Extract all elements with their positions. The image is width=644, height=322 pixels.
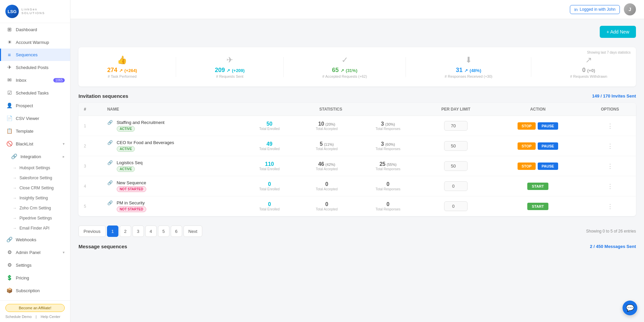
stat-name: # Requests Withdrawn bbox=[570, 74, 607, 78]
dashboard-icon: ⊞ bbox=[6, 26, 12, 33]
start-button[interactable]: START bbox=[527, 183, 549, 190]
options-menu-icon[interactable]: ⋮ bbox=[607, 203, 613, 210]
zoho-label: Zoho Crm Setting bbox=[19, 206, 51, 210]
stop-button[interactable]: STOP bbox=[518, 122, 536, 130]
page-3-button[interactable]: 3 bbox=[132, 226, 144, 237]
stat-value: 209 bbox=[215, 67, 225, 73]
per-day-cell bbox=[420, 176, 492, 196]
admin-icon: ⚙ bbox=[6, 249, 12, 255]
affiliate-button[interactable]: Become an Affiliate! bbox=[5, 304, 65, 312]
stop-button[interactable]: STOP bbox=[518, 142, 536, 150]
add-new-button[interactable]: + Add New bbox=[600, 26, 636, 38]
pause-button[interactable]: PAUSE bbox=[538, 163, 558, 170]
page-1-button[interactable]: 1 bbox=[107, 226, 118, 237]
message-title: Message sequences bbox=[78, 244, 127, 249]
accepted-cell: 0 Total Accepted bbox=[298, 196, 356, 216]
sidebar-item-inbox[interactable]: ✉ Inbox 1065 bbox=[0, 74, 70, 86]
pricing-icon: 💲 bbox=[6, 275, 12, 281]
options-cell: ⋮ bbox=[584, 136, 636, 156]
stat-responses: ⬇ 31 ↗ (48%) # Responses Received (+30) bbox=[439, 53, 498, 81]
schedule-demo-link[interactable]: Schedule Demo bbox=[5, 315, 32, 319]
logo-text: LinkGen SOLUTIONS bbox=[21, 8, 45, 15]
sidebar-sub-pipedrive[interactable]: Pipedrive Settings bbox=[0, 213, 70, 223]
message-section-header: Message sequences 2 / 450 Messages Sent bbox=[78, 244, 636, 249]
pause-button[interactable]: PAUSE bbox=[538, 122, 558, 130]
chat-bubble[interactable]: 💬 bbox=[623, 301, 637, 315]
pipedrive-label: Pipedrive Settings bbox=[19, 216, 52, 220]
sidebar-item-account-warmup[interactable]: ☀ Account Warmup bbox=[0, 36, 70, 49]
link-icon: 🔗 bbox=[107, 160, 113, 165]
sidebar-item-scheduled-tasks[interactable]: ☑ Scheduled Tasks bbox=[0, 86, 70, 99]
insightly-label: Insightly Setting bbox=[19, 196, 48, 200]
per-day-input[interactable] bbox=[444, 141, 468, 151]
sidebar-sub-email-finder[interactable]: Email Finder API bbox=[0, 223, 70, 233]
sidebar-item-csv-viewer[interactable]: 📄 CSV Viewer bbox=[0, 112, 70, 125]
per-day-input[interactable] bbox=[444, 201, 468, 211]
sidebar-sub-zoho[interactable]: Zoho Crm Setting bbox=[0, 203, 70, 213]
per-day-input[interactable] bbox=[444, 161, 468, 171]
sidebar-item-dashboard[interactable]: ⊞ Dashboard bbox=[0, 23, 70, 36]
row-num: 2 bbox=[78, 136, 102, 156]
stop-button[interactable]: STOP bbox=[518, 163, 536, 170]
options-menu-icon[interactable]: ⋮ bbox=[607, 123, 613, 129]
sidebar-item-webhooks[interactable]: 🔗 Webhooks bbox=[0, 233, 70, 246]
sidebar-item-label: Admin Panel bbox=[16, 250, 41, 255]
sidebar-item-sequences[interactable]: ≡ Sequences bbox=[0, 49, 70, 61]
sidebar-item-integration[interactable]: 🔗 Integration ▸ bbox=[0, 150, 70, 163]
sidebar-sub-hubspot[interactable]: Hubspot Settings bbox=[0, 163, 70, 173]
enrolled-cell: 0 Total Enrolled bbox=[241, 176, 298, 196]
sidebar-item-template[interactable]: 📋 Template bbox=[0, 125, 70, 137]
settings-icon: ⚙ bbox=[6, 262, 12, 268]
sidebar-item-pricing[interactable]: 💲 Pricing bbox=[0, 271, 70, 284]
link-icon: 🔗 bbox=[107, 140, 113, 145]
col-action: ACTION bbox=[492, 103, 584, 116]
prospect-icon: 👤 bbox=[6, 103, 12, 109]
prev-button[interactable]: Previous bbox=[78, 226, 106, 237]
sidebar-item-scheduled-posts[interactable]: ✈ Scheduled Posts bbox=[0, 61, 70, 74]
options-menu-icon[interactable]: ⋮ bbox=[607, 183, 613, 190]
start-button[interactable]: START bbox=[527, 203, 549, 210]
per-day-input[interactable] bbox=[444, 181, 468, 191]
stat-name: # Requests Sent bbox=[215, 74, 245, 78]
sidebar-item-label: Inbox bbox=[16, 78, 26, 83]
invites-sent: 149 / 170 Invites Sent bbox=[592, 93, 636, 99]
next-button[interactable]: Next bbox=[183, 226, 203, 237]
responses-cell: 0 Total Responses bbox=[356, 196, 420, 216]
sidebar-sub-closecrm[interactable]: Close CRM Setting bbox=[0, 183, 70, 193]
sidebar-item-settings[interactable]: ⚙ Settings bbox=[0, 259, 70, 271]
template-icon: 📋 bbox=[6, 128, 12, 134]
inbox-badge: 1065 bbox=[53, 78, 65, 82]
sidebar-sub-salesforce[interactable]: Salesforce Setting bbox=[0, 173, 70, 183]
tasks-icon: ☑ bbox=[6, 90, 12, 96]
withdrawn-icon: ↗ bbox=[570, 55, 607, 65]
stat-task-performed: 👍 274 ↗ (+264) # Task Performed bbox=[102, 53, 143, 81]
col-statistics: STATISTICS bbox=[241, 103, 420, 116]
sidebar-item-subscription[interactable]: 📦 Subscription bbox=[0, 284, 70, 297]
options-menu-icon[interactable]: ⋮ bbox=[607, 143, 613, 149]
status-badge: NOT STARTED bbox=[117, 206, 146, 212]
page-6-button[interactable]: 6 bbox=[171, 226, 182, 237]
responses-cell: 3 (60%) Total Responses bbox=[356, 136, 420, 156]
action-cell: STOP PAUSE bbox=[492, 136, 584, 156]
row-name-cell: 🔗 New Sequence NOT STARTED bbox=[102, 176, 241, 196]
sidebar-sub-insightly[interactable]: Insightly Setting bbox=[0, 193, 70, 203]
page-4-button[interactable]: 4 bbox=[145, 226, 157, 237]
pause-button[interactable]: PAUSE bbox=[538, 142, 558, 150]
help-center-link[interactable]: Help Center bbox=[41, 315, 60, 319]
sidebar-item-label: BlackList bbox=[16, 141, 33, 146]
sidebar-footer: Become an Affiliate! Schedule Demo | Hel… bbox=[0, 300, 70, 322]
page-2-button[interactable]: 2 bbox=[120, 226, 131, 237]
sidebar-item-admin-panel[interactable]: ⚙ Admin Panel ▾ bbox=[0, 246, 70, 259]
options-menu-icon[interactable]: ⋮ bbox=[607, 163, 613, 170]
per-day-cell bbox=[420, 116, 492, 136]
invitation-table-container: # NAME STATISTICS PER DAY LIMIT ACTION O… bbox=[78, 103, 636, 216]
responses-cell: 3 (30%) Total Responses bbox=[356, 116, 420, 136]
messages-sent: 2 / 450 Messages Sent bbox=[590, 244, 636, 249]
page-5-button[interactable]: 5 bbox=[158, 226, 169, 237]
sidebar-item-prospect[interactable]: 👤 Prospect bbox=[0, 99, 70, 112]
row-num: 1 bbox=[78, 116, 102, 136]
user-badge: in Logged in with John bbox=[570, 5, 620, 14]
per-day-input[interactable] bbox=[444, 121, 468, 131]
sidebar-item-blacklist[interactable]: 🚫 BlackList ▾ bbox=[0, 137, 70, 150]
row-name-cell: 🔗 Logistics Seq ACTIVE bbox=[102, 156, 241, 176]
